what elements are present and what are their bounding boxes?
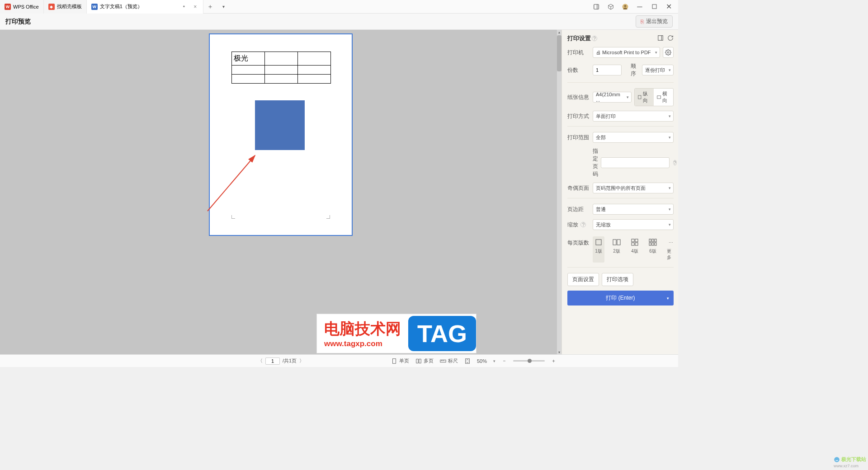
zoom-out-button[interactable]: － — [502, 357, 507, 364]
help-icon[interactable]: ? — [580, 222, 586, 227]
svg-rect-26 — [419, 359, 421, 363]
margin-label: 页边距 — [567, 206, 590, 213]
printer-select-value: Microsoft Print to PDF — [602, 50, 651, 55]
view-single-label: 单页 — [399, 357, 409, 364]
copies-input[interactable] — [593, 65, 622, 75]
range-select[interactable]: 全部 — [593, 132, 674, 143]
layout-icon[interactable] — [657, 35, 664, 42]
zoom-slider-handle[interactable] — [528, 359, 532, 363]
orientation-landscape[interactable]: 横向 — [654, 89, 673, 106]
method-select-value: 单面打印 — [596, 113, 616, 120]
refresh-icon[interactable] — [667, 35, 674, 42]
perpage-option-4[interactable]: 4版 — [629, 236, 641, 263]
titlebar: W WPS Office ◆ 找稻壳模板 W 文字文稿1（预览） • × ＋ ▾… — [0, 0, 678, 14]
exit-icon: ⎘ — [641, 19, 644, 25]
orient-portrait-label: 纵向 — [643, 90, 651, 104]
scroll-down-icon[interactable]: ▾ — [557, 350, 561, 354]
scale-label: 缩放 ? — [567, 221, 590, 229]
svg-rect-24 — [392, 358, 396, 363]
vertical-scrollbar[interactable]: ▴ ▾ — [557, 30, 561, 354]
view-multi-label: 多页 — [424, 357, 434, 364]
tab-document[interactable]: W 文字文稿1（预览） • × — [87, 0, 203, 14]
print-button[interactable]: 打印 (Enter) — [567, 291, 674, 306]
specify-page-input[interactable] — [601, 157, 670, 168]
printer-select[interactable]: 🖨 Microsoft Print to PDF — [593, 47, 660, 58]
print-options-button[interactable]: 打印选项 — [602, 273, 633, 286]
scroll-up-icon[interactable]: ▴ — [557, 30, 561, 34]
paper-select[interactable]: A4(210mm ... — [593, 92, 632, 103]
tab-wps-office[interactable]: W WPS Office — [0, 0, 44, 14]
svg-rect-17 — [635, 243, 638, 245]
exit-preview-button[interactable]: ⎘ 退出预览 — [636, 15, 673, 28]
help-icon[interactable]: ? — [673, 160, 677, 165]
ruler-label: 标尺 — [448, 357, 458, 364]
tab-label: 找稻壳模板 — [57, 3, 82, 10]
zoom-value: 50% — [477, 358, 487, 364]
close-icon[interactable]: × — [192, 4, 198, 10]
tab-templates[interactable]: ◆ 找稻壳模板 — [44, 0, 87, 14]
perpage-label: 6版 — [649, 248, 656, 254]
scroll-thumb[interactable] — [557, 35, 561, 71]
perpage-option-1[interactable]: 1版 — [593, 236, 604, 263]
range-label: 打印范围 — [567, 134, 590, 141]
watermark-text1: 电脑技术网 — [324, 319, 401, 339]
close-window-button[interactable]: ✕ — [663, 1, 675, 13]
perpage-option-more[interactable]: ⋯ 更多 — [665, 236, 677, 263]
ruler-toggle[interactable]: 标尺 — [440, 357, 458, 364]
sidebar-title: 打印设置 — [567, 34, 591, 42]
new-tab-button[interactable]: ＋ — [203, 3, 217, 11]
svg-rect-13 — [617, 240, 620, 245]
modified-dot-icon: • — [181, 4, 187, 10]
perpage-option-6[interactable]: 6版 — [647, 236, 659, 263]
minimize-button[interactable]: ─ — [634, 1, 646, 13]
perpage-option-2[interactable]: 2版 — [611, 236, 623, 263]
svg-rect-10 — [657, 96, 660, 99]
tab-label: 文字文稿1（预览） — [100, 3, 142, 10]
maximize-button[interactable] — [648, 1, 660, 13]
crop-mark-icon — [326, 215, 330, 219]
svg-rect-4 — [652, 5, 656, 9]
tab-label: WPS Office — [13, 4, 39, 9]
orientation-portrait[interactable]: 纵向 — [635, 89, 654, 106]
svg-rect-27 — [440, 360, 446, 362]
svg-rect-0 — [594, 4, 599, 9]
svg-rect-19 — [652, 239, 654, 242]
watermark-overlay: 电脑技术网 www.tagxp.com TAG — [316, 314, 476, 353]
help-icon[interactable]: ? — [592, 36, 597, 41]
svg-rect-11 — [596, 240, 601, 245]
zoom-in-button[interactable]: ＋ — [551, 357, 556, 364]
margin-select[interactable]: 普通 — [593, 204, 674, 215]
svg-rect-20 — [655, 239, 656, 242]
next-page-button[interactable]: 〉 — [299, 357, 304, 364]
panel-icon[interactable] — [590, 1, 602, 13]
avatar-icon[interactable] — [619, 1, 631, 13]
svg-rect-23 — [655, 243, 656, 245]
cube-icon[interactable] — [605, 1, 617, 13]
wps-icon: W — [5, 4, 11, 10]
tab-menu-button[interactable]: ▾ — [217, 4, 231, 9]
method-select[interactable]: 单面打印 — [593, 111, 674, 122]
perpage-label: 2版 — [613, 248, 620, 254]
parity-select[interactable]: 页码范围中的所有页面 — [593, 183, 674, 193]
prev-page-button[interactable]: 〈 — [258, 357, 263, 364]
watermark-badge: TAG — [408, 316, 476, 351]
annotation-arrow-icon — [205, 150, 278, 213]
parity-select-value: 页码范围中的所有页面 — [596, 185, 646, 192]
page-title: 打印预览 — [5, 18, 31, 26]
chevron-down-icon[interactable]: ▾ — [493, 359, 495, 363]
page-setup-button[interactable]: 页面设置 — [567, 273, 599, 286]
specify-page-label: 指定页码 — [593, 147, 598, 178]
view-multi-page[interactable]: 多页 — [415, 357, 434, 364]
preview-canvas[interactable]: 极光 ▴ ▾ 电脑技术网 www.tagxp.com — [0, 30, 561, 354]
view-single-page[interactable]: 单页 — [391, 357, 409, 364]
page-total-label: /共1页 — [283, 357, 297, 364]
pages-6-icon — [649, 238, 657, 246]
order-select[interactable]: 逐份打印 — [642, 65, 674, 75]
printer-icon: 🖨 — [596, 50, 601, 55]
fit-page-button[interactable] — [464, 358, 471, 364]
perpage-label: 4版 — [631, 248, 638, 254]
zoom-slider[interactable] — [513, 360, 545, 362]
scale-select[interactable]: 无缩放 — [593, 219, 674, 230]
page-number-input[interactable] — [265, 357, 280, 365]
printer-settings-button[interactable] — [663, 47, 674, 58]
